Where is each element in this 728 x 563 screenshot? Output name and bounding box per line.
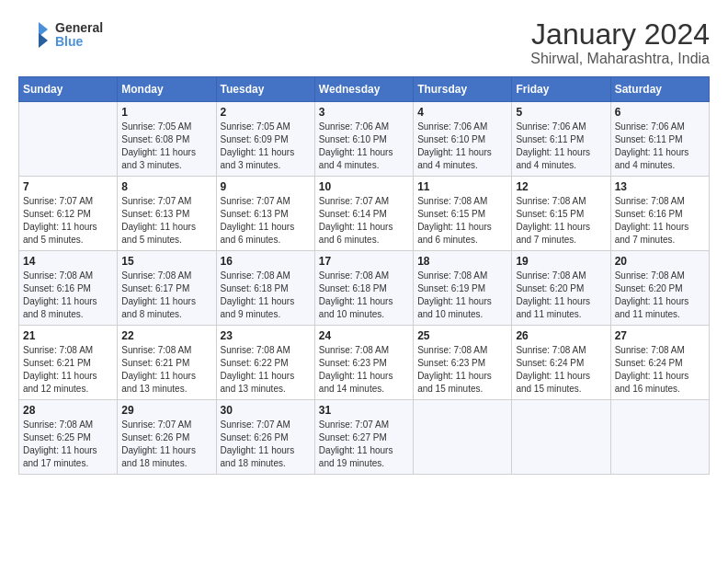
day-cell: 24Sunrise: 7:08 AMSunset: 6:23 PMDayligh…	[314, 326, 413, 400]
day-info: Sunrise: 7:08 AMSunset: 6:22 PMDaylight:…	[221, 344, 311, 396]
day-info: Sunrise: 7:05 AMSunset: 6:09 PMDaylight:…	[221, 121, 311, 172]
day-number: 15	[121, 255, 211, 268]
day-cell: 16Sunrise: 7:08 AMSunset: 6:18 PMDayligh…	[216, 251, 314, 326]
logo-line2: Blue	[55, 35, 103, 49]
day-number: 30	[221, 404, 311, 417]
day-info: Sunrise: 7:08 AMSunset: 6:18 PMDaylight:…	[221, 270, 311, 321]
calendar-table: SundayMondayTuesdayWednesdayThursdayFrid…	[18, 76, 710, 475]
day-info: Sunrise: 7:05 AMSunset: 6:08 PMDaylight:…	[121, 121, 211, 172]
day-number: 14	[23, 255, 113, 268]
day-cell: 15Sunrise: 7:08 AMSunset: 6:17 PMDayligh…	[118, 251, 216, 326]
page-subtitle: Shirwal, Maharashtra, India	[530, 51, 710, 67]
day-number: 21	[23, 329, 113, 342]
day-number: 20	[615, 255, 705, 268]
day-info: Sunrise: 7:07 AMSunset: 6:13 PMDaylight:…	[221, 195, 311, 247]
day-number: 10	[319, 180, 409, 193]
page-title: January 2024	[530, 18, 710, 51]
day-info: Sunrise: 7:08 AMSunset: 6:21 PMDaylight:…	[121, 344, 211, 396]
day-info: Sunrise: 7:08 AMSunset: 6:16 PMDaylight:…	[23, 270, 113, 321]
day-cell: 29Sunrise: 7:07 AMSunset: 6:26 PMDayligh…	[118, 400, 216, 475]
day-number: 1	[121, 106, 211, 119]
day-cell: 23Sunrise: 7:08 AMSunset: 6:22 PMDayligh…	[216, 326, 314, 400]
day-cell: 2Sunrise: 7:05 AMSunset: 6:09 PMDaylight…	[216, 102, 314, 177]
day-number: 23	[221, 329, 311, 342]
col-header-tuesday: Tuesday	[216, 77, 314, 102]
day-info: Sunrise: 7:07 AMSunset: 6:27 PMDaylight:…	[319, 419, 409, 470]
day-info: Sunrise: 7:08 AMSunset: 6:24 PMDaylight:…	[615, 344, 705, 396]
day-number: 5	[516, 106, 606, 119]
day-info: Sunrise: 7:07 AMSunset: 6:26 PMDaylight:…	[221, 419, 311, 470]
day-number: 7	[23, 180, 113, 193]
day-info: Sunrise: 7:08 AMSunset: 6:25 PMDaylight:…	[23, 419, 113, 470]
day-info: Sunrise: 7:08 AMSunset: 6:19 PMDaylight:…	[417, 270, 507, 321]
day-number: 25	[417, 329, 507, 342]
day-cell: 17Sunrise: 7:08 AMSunset: 6:18 PMDayligh…	[314, 251, 413, 326]
day-info: Sunrise: 7:08 AMSunset: 6:23 PMDaylight:…	[319, 344, 409, 396]
day-cell: 6Sunrise: 7:06 AMSunset: 6:11 PMDaylight…	[610, 102, 709, 177]
day-info: Sunrise: 7:08 AMSunset: 6:16 PMDaylight:…	[615, 195, 705, 247]
day-cell: 18Sunrise: 7:08 AMSunset: 6:19 PMDayligh…	[414, 251, 512, 326]
day-cell: 26Sunrise: 7:08 AMSunset: 6:24 PMDayligh…	[512, 326, 610, 400]
day-number: 11	[417, 180, 507, 193]
week-row-4: 21Sunrise: 7:08 AMSunset: 6:21 PMDayligh…	[19, 326, 710, 400]
day-cell: 28Sunrise: 7:08 AMSunset: 6:25 PMDayligh…	[19, 400, 118, 475]
day-number: 29	[121, 404, 211, 417]
day-info: Sunrise: 7:08 AMSunset: 6:18 PMDaylight:…	[319, 270, 409, 321]
week-row-1: 1Sunrise: 7:05 AMSunset: 6:08 PMDaylight…	[19, 102, 710, 177]
day-cell	[512, 400, 610, 475]
day-number: 18	[417, 255, 507, 268]
day-info: Sunrise: 7:07 AMSunset: 6:14 PMDaylight:…	[319, 195, 409, 247]
day-cell: 30Sunrise: 7:07 AMSunset: 6:26 PMDayligh…	[216, 400, 314, 475]
day-number: 9	[221, 180, 311, 193]
day-cell	[414, 400, 512, 475]
day-number: 2	[221, 106, 311, 119]
logo-container: General Blue	[18, 18, 103, 52]
day-number: 8	[121, 180, 211, 193]
day-info: Sunrise: 7:07 AMSunset: 6:13 PMDaylight:…	[121, 195, 211, 247]
day-number: 24	[319, 329, 409, 342]
day-cell: 21Sunrise: 7:08 AMSunset: 6:21 PMDayligh…	[19, 326, 118, 400]
day-info: Sunrise: 7:06 AMSunset: 6:11 PMDaylight:…	[516, 121, 606, 172]
day-number: 16	[221, 255, 311, 268]
day-number: 26	[516, 329, 606, 342]
day-number: 28	[23, 404, 113, 417]
day-cell: 12Sunrise: 7:08 AMSunset: 6:15 PMDayligh…	[512, 177, 610, 251]
day-cell: 7Sunrise: 7:07 AMSunset: 6:12 PMDaylight…	[19, 177, 118, 251]
col-header-saturday: Saturday	[610, 77, 709, 102]
day-number: 27	[615, 329, 705, 342]
day-number: 19	[516, 255, 606, 268]
day-info: Sunrise: 7:08 AMSunset: 6:17 PMDaylight:…	[121, 270, 211, 321]
day-info: Sunrise: 7:06 AMSunset: 6:10 PMDaylight:…	[319, 121, 409, 172]
day-cell: 9Sunrise: 7:07 AMSunset: 6:13 PMDaylight…	[216, 177, 314, 251]
day-info: Sunrise: 7:06 AMSunset: 6:10 PMDaylight:…	[417, 121, 507, 172]
week-row-5: 28Sunrise: 7:08 AMSunset: 6:25 PMDayligh…	[19, 400, 710, 475]
day-info: Sunrise: 7:08 AMSunset: 6:21 PMDaylight:…	[23, 344, 113, 396]
day-cell	[610, 400, 709, 475]
day-info: Sunrise: 7:08 AMSunset: 6:15 PMDaylight:…	[417, 195, 507, 247]
title-block: January 2024 Shirwal, Maharashtra, India	[530, 18, 710, 67]
day-cell: 8Sunrise: 7:07 AMSunset: 6:13 PMDaylight…	[118, 177, 216, 251]
day-cell: 14Sunrise: 7:08 AMSunset: 6:16 PMDayligh…	[19, 251, 118, 326]
col-header-wednesday: Wednesday	[314, 77, 413, 102]
week-row-2: 7Sunrise: 7:07 AMSunset: 6:12 PMDaylight…	[19, 177, 710, 251]
day-number: 3	[319, 106, 409, 119]
col-header-sunday: Sunday	[19, 77, 118, 102]
day-number: 17	[319, 255, 409, 268]
day-cell: 4Sunrise: 7:06 AMSunset: 6:10 PMDaylight…	[414, 102, 512, 177]
day-number: 22	[121, 329, 211, 342]
logo-line1: General	[55, 21, 103, 35]
day-cell: 19Sunrise: 7:08 AMSunset: 6:20 PMDayligh…	[512, 251, 610, 326]
day-cell: 3Sunrise: 7:06 AMSunset: 6:10 PMDaylight…	[314, 102, 413, 177]
day-cell: 10Sunrise: 7:07 AMSunset: 6:14 PMDayligh…	[314, 177, 413, 251]
day-info: Sunrise: 7:08 AMSunset: 6:20 PMDaylight:…	[615, 270, 705, 321]
day-info: Sunrise: 7:08 AMSunset: 6:20 PMDaylight:…	[516, 270, 606, 321]
day-cell: 31Sunrise: 7:07 AMSunset: 6:27 PMDayligh…	[314, 400, 413, 475]
day-info: Sunrise: 7:06 AMSunset: 6:11 PMDaylight:…	[615, 121, 705, 172]
col-header-friday: Friday	[512, 77, 610, 102]
week-row-3: 14Sunrise: 7:08 AMSunset: 6:16 PMDayligh…	[19, 251, 710, 326]
day-number: 13	[615, 180, 705, 193]
day-info: Sunrise: 7:08 AMSunset: 6:23 PMDaylight:…	[417, 344, 507, 396]
day-number: 6	[615, 106, 705, 119]
col-header-monday: Monday	[118, 77, 216, 102]
day-number: 31	[319, 404, 409, 417]
